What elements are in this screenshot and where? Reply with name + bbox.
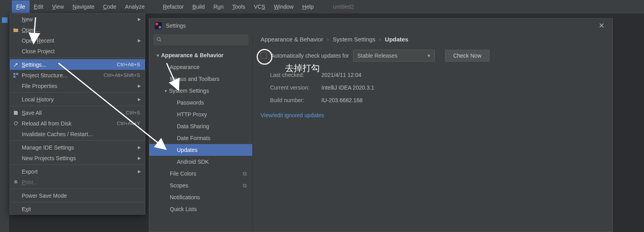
menu-file[interactable]: File <box>12 0 30 13</box>
tree-appearance-behavior[interactable]: ▾Appearance & Behavior <box>149 49 252 61</box>
file-open-recent[interactable]: Open Recent▶ <box>10 35 145 46</box>
tree-file-colors[interactable]: File Colors⧉ <box>149 168 252 180</box>
file-exit[interactable]: Exit <box>10 204 145 214</box>
project-name: untitled2 <box>333 4 354 10</box>
file-save-all[interactable]: Save AllCtrl+S <box>10 107 145 118</box>
per-project-icon: ⧉ <box>243 170 247 177</box>
chevron-down-icon: ▼ <box>427 53 431 58</box>
menu-help[interactable]: Help <box>298 0 318 13</box>
file-new-projects-settings[interactable]: New Projects Settings▶ <box>10 153 145 163</box>
update-channel-select[interactable]: Stable Releases ▼ <box>353 50 435 62</box>
tree-menus-toolbars[interactable]: Menus and Toolbars <box>149 73 252 85</box>
close-icon[interactable]: ✕ <box>596 21 607 30</box>
file-close-project[interactable]: Close Project <box>10 46 145 56</box>
chevron-down-icon: ▾ <box>155 53 161 58</box>
chevron-right-icon: › <box>379 37 381 42</box>
file-print[interactable]: Print... <box>10 177 145 187</box>
crumb-updates: Updates <box>385 36 408 43</box>
svg-rect-1 <box>16 73 18 75</box>
file-settings[interactable]: Settings...Ctrl+Alt+S <box>10 59 145 70</box>
folder-icon <box>13 27 19 33</box>
settings-tree: ▾Appearance & Behavior Appearance Menus … <box>149 33 253 232</box>
tree-android-sdk[interactable]: Android SDK <box>149 156 252 168</box>
file-power-save[interactable]: Power Save Mode <box>10 190 145 201</box>
svg-line-7 <box>160 40 161 41</box>
tree-passwords[interactable]: Passwords <box>149 97 252 109</box>
settings-dialog: Settings ✕ ▾Appearance & Behavior Appear… <box>149 18 613 232</box>
tree-appearance[interactable]: Appearance <box>149 61 252 73</box>
project-toolwindow-icon[interactable] <box>2 17 8 23</box>
settings-search[interactable] <box>153 34 248 45</box>
file-properties[interactable]: File Properties▶ <box>10 80 145 91</box>
tree-notifications[interactable]: Notifications <box>149 191 252 203</box>
menu-view[interactable]: View <box>48 0 68 13</box>
svg-rect-3 <box>14 181 17 183</box>
crumb-appearance[interactable]: Appearance & Behavior <box>261 36 323 43</box>
chevron-right-icon: › <box>327 37 329 42</box>
build-number-label: Build number: <box>270 97 321 103</box>
svg-rect-4 <box>15 180 17 181</box>
menu-run[interactable]: Run <box>209 0 228 13</box>
toolwindow-strip <box>0 13 9 232</box>
file-menu-popup: New▶ Open... Open Recent▶ Close Project … <box>9 13 145 215</box>
tree-date-formats[interactable]: Date Formats <box>149 132 252 144</box>
last-checked-label: Last checked: <box>270 72 321 78</box>
tree-quick-lists[interactable]: Quick Lists <box>149 203 252 215</box>
check-now-button[interactable]: Check Now <box>445 50 490 62</box>
svg-rect-0 <box>13 73 15 75</box>
breadcrumb: Appearance & Behavior › System Settings … <box>261 36 605 43</box>
svg-point-6 <box>157 37 160 41</box>
print-icon <box>13 180 19 185</box>
menu-code[interactable]: Code <box>99 0 120 13</box>
crumb-system-settings[interactable]: System Settings <box>332 36 375 43</box>
chevron-down-icon: ▾ <box>163 88 169 94</box>
per-project-icon: ⧉ <box>243 182 247 189</box>
structure-icon <box>13 73 19 78</box>
search-icon <box>156 37 162 43</box>
last-checked-value: 2021/4/11 12:04 <box>321 72 605 78</box>
intellij-icon <box>155 22 162 29</box>
file-export[interactable]: Export▶ <box>10 166 145 177</box>
tree-http-proxy[interactable]: HTTP Proxy <box>149 109 252 120</box>
dialog-titlebar[interactable]: Settings ✕ <box>149 19 612 33</box>
tree-system-settings[interactable]: ▾System Settings <box>149 85 252 97</box>
settings-content: Appearance & Behavior › System Settings … <box>253 33 612 232</box>
file-reload[interactable]: Reload All from DiskCtrl+Alt+Y <box>10 118 145 129</box>
file-open[interactable]: Open... <box>10 24 145 35</box>
tree-data-sharing[interactable]: Data Sharing <box>149 120 252 132</box>
file-manage-ide[interactable]: Manage IDE Settings▶ <box>10 142 145 153</box>
menu-analyze[interactable]: Analyze <box>121 0 149 13</box>
menubar: File Edit View Navigate Code Analyze Ref… <box>0 0 644 13</box>
current-version-label: Current version: <box>270 84 321 91</box>
file-local-history[interactable]: Local History▶ <box>10 94 145 105</box>
menu-edit[interactable]: Edit <box>30 0 48 13</box>
menu-refactor[interactable]: Refactor <box>158 0 188 13</box>
current-version-value: IntelliJ IDEA 2020.3.1 <box>321 84 605 91</box>
file-invalidate[interactable]: Invalidate Caches / Restart... <box>10 129 145 139</box>
ignored-updates-link[interactable]: View/edit ignored updates <box>261 112 605 118</box>
wrench-icon <box>13 62 19 67</box>
svg-rect-2 <box>13 76 15 78</box>
build-number-value: IU-203.6682.168 <box>321 97 605 103</box>
tree-scopes[interactable]: Scopes⧉ <box>149 180 252 191</box>
auto-check-label: Automatically check updates for <box>271 52 349 59</box>
reload-icon <box>13 121 19 126</box>
save-icon <box>13 110 19 116</box>
menu-tools[interactable]: Tools <box>228 0 250 13</box>
menu-navigate[interactable]: Navigate <box>68 0 99 13</box>
file-project-structure[interactable]: Project Structure...Ctrl+Alt+Shift+S <box>10 70 145 80</box>
auto-check-checkbox[interactable] <box>261 52 267 59</box>
menu-build[interactable]: Build <box>188 0 209 13</box>
menu-vcs[interactable]: VCS <box>250 0 270 13</box>
tree-updates[interactable]: Updates <box>149 144 252 156</box>
menu-window[interactable]: Window <box>270 0 298 13</box>
file-new[interactable]: New▶ <box>10 14 145 24</box>
dialog-title: Settings <box>166 22 596 29</box>
